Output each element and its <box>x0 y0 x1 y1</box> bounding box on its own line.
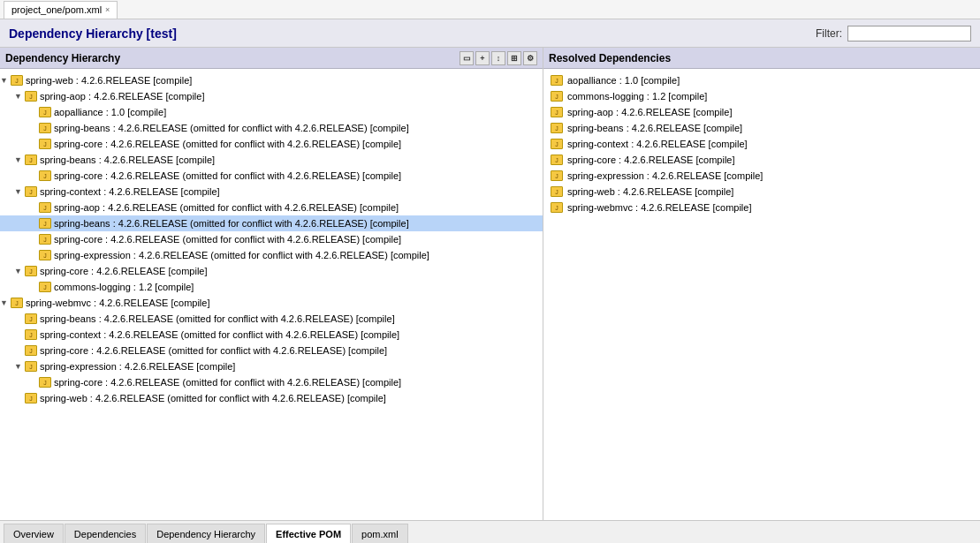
tree-node[interactable]: ▼Jspring-core : 4.2.6.RELEASE [compile] <box>0 263 543 279</box>
tree-node[interactable]: Jspring-aop : 4.2.6.RELEASE (omitted for… <box>0 200 543 215</box>
tree-label: spring-aop : 4.2.6.RELEASE [compile] <box>40 91 204 102</box>
tree-node[interactable]: Jspring-core : 4.2.6.RELEASE (omitted fo… <box>0 374 543 390</box>
jar-icon: J <box>551 107 563 117</box>
tree-label: spring-beans : 4.2.6.RELEASE (omitted fo… <box>40 313 395 324</box>
tree-node[interactable]: Jspring-beans : 4.2.6.RELEASE (omitted f… <box>0 215 543 231</box>
bottom-tab-pom.xml[interactable]: pom.xml <box>352 524 408 543</box>
tree-node[interactable]: Jspring-web : 4.2.6.RELEASE (omitted for… <box>0 390 543 406</box>
bottom-tab-bar: OverviewDependenciesDependency Hierarchy… <box>0 520 980 543</box>
tree-label: spring-core : 4.2.6.RELEASE (omitted for… <box>54 377 401 388</box>
tree-node[interactable]: Jaopalliance : 1.0 [compile] <box>0 104 543 120</box>
tree-node[interactable]: Jspring-core : 4.2.6.RELEASE (omitted fo… <box>0 168 543 184</box>
settings-button[interactable]: ⚙ <box>523 51 537 65</box>
left-panel-title: Dependency Hierarchy <box>5 52 120 64</box>
resolved-item[interactable]: Jspring-aop : 4.2.6.RELEASE [compile] <box>543 104 980 120</box>
tab-close-button[interactable]: × <box>105 5 110 14</box>
tree-toggle[interactable]: ▼ <box>0 298 11 307</box>
resolved-list[interactable]: Jaopalliance : 1.0 [compile]Jcommons-log… <box>543 69 980 520</box>
jar-icon: J <box>551 139 563 149</box>
resolved-item[interactable]: Jcommons-logging : 1.2 [compile] <box>543 88 980 104</box>
collapse-all-button[interactable]: ▭ <box>460 51 474 65</box>
jar-icon: J <box>11 298 23 308</box>
dependency-tree[interactable]: ▼Jspring-web : 4.2.6.RELEASE [compile]▼J… <box>0 69 543 520</box>
jar-icon: J <box>39 377 51 388</box>
tree-node[interactable]: Jspring-core : 4.2.6.RELEASE (omitted fo… <box>0 343 543 358</box>
tree-node[interactable]: ▼Jspring-expression : 4.2.6.RELEASE [com… <box>0 358 543 374</box>
left-panel-header: Dependency Hierarchy ▭ + ↕ ⊞ ⚙ <box>0 48 543 69</box>
tree-label: spring-core : 4.2.6.RELEASE (omitted for… <box>40 345 387 356</box>
jar-icon: J <box>25 329 37 340</box>
editor-tab[interactable]: project_one/pom.xml × <box>4 1 118 19</box>
jar-icon: J <box>11 75 23 86</box>
jar-icon: J <box>39 170 51 181</box>
bottom-tab-dependencies[interactable]: Dependencies <box>65 524 146 543</box>
tree-node[interactable]: Jspring-context : 4.2.6.RELEASE (omitted… <box>0 327 543 343</box>
tree-node[interactable]: Jspring-beans : 4.2.6.RELEASE (omitted f… <box>0 120 543 136</box>
jar-icon: J <box>25 361 37 372</box>
bottom-tab-overview[interactable]: Overview <box>4 524 64 543</box>
filter-area: Filter: <box>816 26 971 41</box>
resolved-item[interactable]: Jspring-context : 4.2.6.RELEASE [compile… <box>543 136 980 152</box>
sort-button[interactable]: ↕ <box>491 51 505 65</box>
tree-node[interactable]: Jspring-core : 4.2.6.RELEASE (omitted fo… <box>0 231 543 247</box>
tree-node[interactable]: ▼Jspring-beans : 4.2.6.RELEASE [compile] <box>0 152 543 168</box>
tree-node[interactable]: Jcommons-logging : 1.2 [compile] <box>0 279 543 295</box>
bottom-tab-dependency-hierarchy[interactable]: Dependency Hierarchy <box>147 524 265 543</box>
tree-label: spring-context : 4.2.6.RELEASE [compile] <box>40 186 220 197</box>
jar-icon: J <box>25 266 37 276</box>
jar-icon: J <box>39 282 51 292</box>
resolved-label: commons-logging : 1.2 [compile] <box>567 91 707 102</box>
jar-icon: J <box>25 345 37 356</box>
title-bar: Dependency Hierarchy [test] Filter: <box>0 19 980 48</box>
filter-input[interactable] <box>847 26 971 41</box>
resolved-label: aopalliance : 1.0 [compile] <box>567 75 680 86</box>
tree-toggle[interactable]: ▼ <box>14 155 25 164</box>
resolved-item[interactable]: Jspring-beans : 4.2.6.RELEASE [compile] <box>543 120 980 136</box>
tree-label: spring-expression : 4.2.6.RELEASE (omitt… <box>54 250 429 260</box>
tab-label: project_one/pom.xml <box>11 4 102 15</box>
tree-node[interactable]: ▼Jspring-web : 4.2.6.RELEASE [compile] <box>0 72 543 88</box>
resolved-label: spring-expression : 4.2.6.RELEASE [compi… <box>567 170 763 181</box>
tree-toggle[interactable]: ▼ <box>14 187 25 196</box>
bottom-tab-effective-pom[interactable]: Effective POM <box>266 524 351 543</box>
resolved-item[interactable]: Jspring-core : 4.2.6.RELEASE [compile] <box>543 152 980 168</box>
tree-node[interactable]: Jspring-beans : 4.2.6.RELEASE (omitted f… <box>0 311 543 327</box>
tree-label: aopalliance : 1.0 [compile] <box>54 107 166 117</box>
tree-node[interactable]: Jspring-core : 4.2.6.RELEASE (omitted fo… <box>0 136 543 152</box>
tree-toggle[interactable]: ▼ <box>14 362 25 371</box>
tree-node[interactable]: ▼Jspring-aop : 4.2.6.RELEASE [compile] <box>0 88 543 104</box>
tree-node[interactable]: ▼Jspring-webmvc : 4.2.6.RELEASE [compile… <box>0 295 543 311</box>
jar-icon: J <box>551 123 563 133</box>
resolved-item[interactable]: Jaopalliance : 1.0 [compile] <box>543 72 980 88</box>
resolved-dependencies-panel: Resolved Dependencies Jaopalliance : 1.0… <box>543 48 980 520</box>
tree-toggle[interactable]: ▼ <box>0 76 11 85</box>
tree-label: spring-web : 4.2.6.RELEASE (omitted for … <box>40 393 386 403</box>
resolved-item[interactable]: Jspring-webmvc : 4.2.6.RELEASE [compile] <box>543 200 980 215</box>
tree-toggle[interactable]: ▼ <box>14 92 25 101</box>
tree-node[interactable]: ▼Jspring-context : 4.2.6.RELEASE [compil… <box>0 184 543 200</box>
top-tab-bar: project_one/pom.xml × <box>0 0 980 19</box>
page-title: Dependency Hierarchy [test] <box>9 26 177 41</box>
jar-icon: J <box>551 186 563 197</box>
jar-icon: J <box>39 107 51 117</box>
jar-icon: J <box>25 91 37 102</box>
resolved-label: spring-webmvc : 4.2.6.RELEASE [compile] <box>567 202 751 213</box>
main-content: Dependency Hierarchy ▭ + ↕ ⊞ ⚙ ▼Jspring-… <box>0 48 980 520</box>
jar-icon: J <box>25 313 37 324</box>
jar-icon: J <box>551 75 563 86</box>
tree-toggle[interactable]: ▼ <box>14 267 25 275</box>
resolved-label: spring-core : 4.2.6.RELEASE [compile] <box>567 155 735 165</box>
tree-label: spring-core : 4.2.6.RELEASE [compile] <box>40 266 208 276</box>
resolved-label: spring-context : 4.2.6.RELEASE [compile] <box>567 139 748 149</box>
jar-icon: J <box>39 123 51 133</box>
resolved-item[interactable]: Jspring-expression : 4.2.6.RELEASE [comp… <box>543 168 980 184</box>
jar-icon: J <box>39 234 51 245</box>
resolved-item[interactable]: Jspring-web : 4.2.6.RELEASE [compile] <box>543 184 980 200</box>
resolved-label: spring-aop : 4.2.6.RELEASE [compile] <box>567 107 732 117</box>
tree-label: spring-webmvc : 4.2.6.RELEASE [compile] <box>26 298 209 308</box>
tree-node[interactable]: Jspring-expression : 4.2.6.RELEASE (omit… <box>0 247 543 263</box>
expand-all-button[interactable]: + <box>475 51 490 65</box>
jar-icon: J <box>551 91 563 102</box>
tree-label: spring-core : 4.2.6.RELEASE (omitted for… <box>54 170 401 181</box>
icons-button[interactable]: ⊞ <box>507 51 521 65</box>
